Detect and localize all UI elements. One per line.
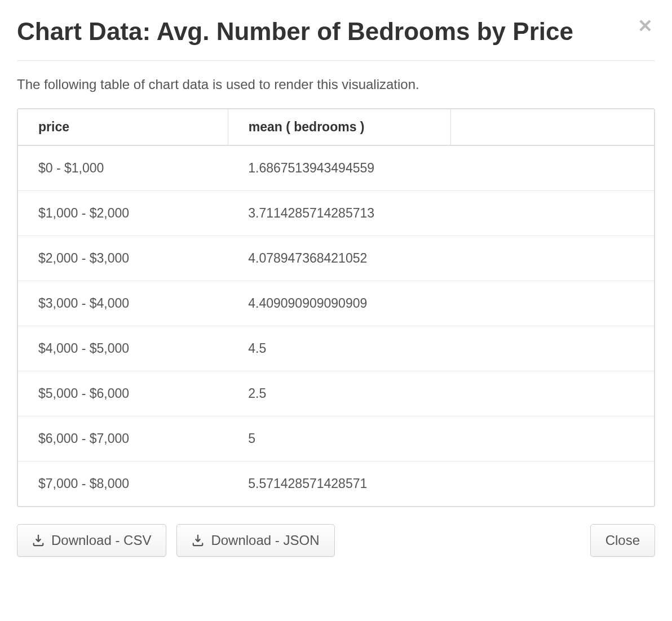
cell-mean: 4.078947368421052 [228,236,450,281]
cell-mean: 1.6867513943494559 [228,145,450,191]
download-json-button[interactable]: Download - JSON [176,524,334,557]
column-header-empty [450,109,654,145]
table-row: $6,000 - $7,0005 [18,416,654,461]
table-row: $4,000 - $5,0004.5 [18,326,654,371]
table-row: $5,000 - $6,0002.5 [18,371,654,416]
chart-data-table: price mean ( bedrooms ) $0 - $1,0001.686… [18,109,654,506]
cell-empty [450,281,654,326]
table-row: $2,000 - $3,0004.078947368421052 [18,236,654,281]
cell-empty [450,190,654,236]
table-header-row: price mean ( bedrooms ) [18,109,654,145]
download-csv-button[interactable]: Download - CSV [17,524,166,557]
download-icon [192,534,204,547]
cell-empty [450,416,654,461]
cell-price: $1,000 - $2,000 [18,190,228,236]
chart-data-modal: Chart Data: Avg. Number of Bedrooms by P… [17,17,655,557]
close-button-label: Close [605,533,640,548]
modal-body: The following table of chart data is use… [17,61,655,507]
cell-mean: 4.5 [228,326,450,371]
cell-empty [450,326,654,371]
table-row: $1,000 - $2,0003.7114285714285713 [18,190,654,236]
footer-left-buttons: Download - CSV Download - JSON [17,524,335,557]
cell-price: $0 - $1,000 [18,145,228,191]
download-icon [32,534,45,547]
cell-mean: 2.5 [228,371,450,416]
cell-price: $6,000 - $7,000 [18,416,228,461]
column-header-price[interactable]: price [18,109,228,145]
cell-price: $3,000 - $4,000 [18,281,228,326]
download-csv-label: Download - CSV [51,533,151,548]
cell-mean: 5 [228,416,450,461]
cell-price: $4,000 - $5,000 [18,326,228,371]
column-header-mean[interactable]: mean ( bedrooms ) [228,109,450,145]
cell-mean: 3.7114285714285713 [228,190,450,236]
table-row: $3,000 - $4,0004.409090909090909 [18,281,654,326]
cell-mean: 4.409090909090909 [228,281,450,326]
chart-data-table-wrap: price mean ( bedrooms ) $0 - $1,0001.686… [17,108,655,507]
table-row: $7,000 - $8,0005.571428571428571 [18,461,654,506]
download-json-label: Download - JSON [211,533,319,548]
cell-price: $2,000 - $3,000 [18,236,228,281]
cell-empty [450,461,654,506]
table-row: $0 - $1,0001.6867513943494559 [18,145,654,191]
cell-price: $7,000 - $8,000 [18,461,228,506]
cell-empty [450,371,654,416]
cell-mean: 5.571428571428571 [228,461,450,506]
modal-description: The following table of chart data is use… [17,77,655,92]
close-icon[interactable]: ✕ [635,17,655,35]
close-button[interactable]: Close [590,524,655,557]
modal-footer: Download - CSV Download - JSON Close [17,524,655,557]
cell-empty [450,145,654,191]
cell-empty [450,236,654,281]
cell-price: $5,000 - $6,000 [18,371,228,416]
modal-title: Chart Data: Avg. Number of Bedrooms by P… [17,17,573,47]
modal-header: Chart Data: Avg. Number of Bedrooms by P… [17,17,655,61]
